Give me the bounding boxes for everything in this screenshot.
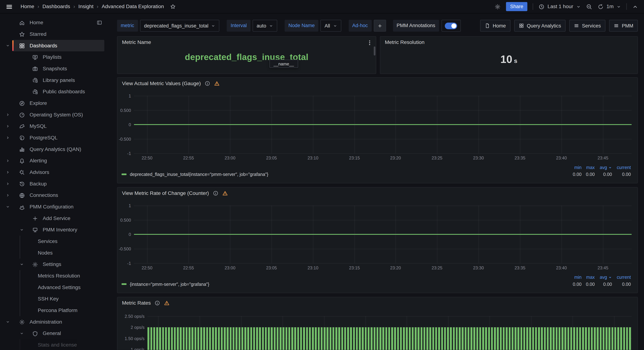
sidebar-item-general[interactable]: General <box>0 328 108 339</box>
pmm-annotations-toggle[interactable] <box>441 20 461 32</box>
star-icon[interactable] <box>170 4 176 10</box>
legend-header-max[interactable]: max <box>582 165 595 170</box>
sidebar-item-pmm-inventory[interactable]: PMM Inventory <box>0 224 108 236</box>
sidebar-item-connections[interactable]: Connections <box>0 189 108 201</box>
add-adhoc-filter-button[interactable] <box>374 20 386 32</box>
zoom-out-icon[interactable] <box>586 4 592 10</box>
warning-icon[interactable] <box>222 190 228 196</box>
menu-toggle-icon[interactable] <box>6 3 13 10</box>
chevron-down-icon[interactable] <box>6 205 10 209</box>
panel-view-actual-metric-values: View Actual Metric Values (Gauge) 10.500… <box>117 77 638 183</box>
sidebar-item-home[interactable]: Home <box>0 17 108 28</box>
legend-header-row: minmaxavgcurrent <box>569 275 631 279</box>
sidebar-item-pmm-configuration[interactable]: PMM Configuration <box>0 201 108 213</box>
sidebar-item-postgresql[interactable]: PostgreSQL <box>0 132 108 144</box>
chevron-down-icon[interactable] <box>20 331 24 335</box>
sidebar-item-playlists[interactable]: Playlists <box>0 51 108 63</box>
link-button-services[interactable]: Services <box>569 20 605 32</box>
dashboard-settings-gear-icon[interactable] <box>494 4 500 10</box>
sidebar-item-library-panels[interactable]: Library panels <box>0 75 108 86</box>
legend-header-max[interactable]: max <box>582 275 595 279</box>
variable-label-node-name[interactable]: Node Name <box>284 20 318 32</box>
dock-sidebar-icon[interactable] <box>96 20 102 26</box>
sidebar-item-query-analytics[interactable]: Query Analytics (QAN) <box>0 144 108 155</box>
gridline-horizontal <box>134 110 632 111</box>
sidebar-item-public-dashboards[interactable]: Public dashboards <box>0 86 108 97</box>
sidebar-item-ssh-key[interactable]: SSH Key <box>0 293 108 305</box>
chevron-right-icon[interactable] <box>6 170 10 174</box>
sidebar-item-backup[interactable]: Backup <box>0 178 108 190</box>
legend-header-current[interactable]: current <box>612 275 631 279</box>
sidebar-item-advisors[interactable]: Advisors <box>0 167 108 178</box>
bell-icon <box>19 158 25 164</box>
sidebar-item-administration[interactable]: Administration <box>0 316 108 328</box>
sidebar-item-snapshots[interactable]: Snapshots <box>0 63 108 75</box>
warning-icon[interactable] <box>164 300 170 306</box>
sidebar-item-stats-and-license[interactable]: Stats and license <box>0 339 108 350</box>
chevron-down-icon[interactable] <box>20 262 24 266</box>
sidebar-item-settings[interactable]: Settings <box>0 258 108 270</box>
breadcrumb-item[interactable]: Insight <box>78 4 94 10</box>
legend-header-avg[interactable]: avg <box>595 165 612 170</box>
sidebar-item-add-service[interactable]: Add Service <box>0 213 108 224</box>
sidebar-item-label: Playlists <box>43 51 62 63</box>
link-button-label: PMM <box>622 23 633 29</box>
legend-header-min[interactable]: min <box>569 275 582 279</box>
info-icon[interactable] <box>154 300 160 306</box>
x-axis-tick-label: 23:25 <box>429 265 445 270</box>
sidebar-item-label: Library panels <box>43 75 75 86</box>
legend-header-min[interactable]: min <box>569 165 582 170</box>
panel-scrollbar-thumb[interactable] <box>374 47 376 56</box>
sidebar-item-operating-system[interactable]: Operating System (OS) <box>0 109 108 121</box>
chevron-up-icon[interactable] <box>632 4 638 10</box>
chevron-right-icon[interactable] <box>6 136 10 140</box>
sidebar-item-nodes[interactable]: Nodes <box>0 247 108 259</box>
chevron-right-icon[interactable] <box>6 159 10 163</box>
legend-series-item[interactable]: {instance="pmm-server", job="grafana"} <box>122 282 209 286</box>
breadcrumb-item[interactable]: Home <box>20 4 34 10</box>
sidebar-item-starred[interactable]: Starred <box>0 28 108 40</box>
chevron-right-icon[interactable] <box>6 113 10 117</box>
warning-icon[interactable] <box>214 81 220 86</box>
link-button-home[interactable]: Home <box>480 20 510 32</box>
chevron-right-icon[interactable] <box>6 193 10 197</box>
chevron-right-icon[interactable] <box>6 124 10 128</box>
legend-header-current[interactable]: current <box>612 165 631 170</box>
breadcrumb-item[interactable]: Advanced Data Exploration <box>102 4 164 10</box>
sidebar-item-percona-platform[interactable]: Percona Platform <box>0 305 108 316</box>
pmm-annotations-label[interactable]: PMM Annotations <box>393 20 439 32</box>
sidebar-item-advanced-settings[interactable]: Advanced Settings <box>0 282 108 293</box>
sidebar-item-mysql[interactable]: MySQL <box>0 120 108 132</box>
link-button-query-analytics[interactable]: Query Analytics <box>514 20 566 32</box>
variable-label-interval[interactable]: Interval <box>227 20 250 32</box>
legend-series-item[interactable]: deprecated_flags_inuse_total{instance="p… <box>122 172 268 177</box>
sidebar-item-dashboards[interactable]: Dashboards <box>0 40 108 52</box>
chevron-right-icon[interactable] <box>6 182 10 186</box>
info-icon[interactable] <box>212 190 218 196</box>
chevron-down-icon[interactable] <box>6 44 10 48</box>
chevron-down-icon[interactable] <box>20 228 24 232</box>
info-icon[interactable] <box>204 81 210 86</box>
x-axis-tick-label: 23:30 <box>470 155 487 160</box>
chevron-down-icon[interactable] <box>6 320 10 324</box>
y-axis-tick-label: 0.500 <box>118 108 131 113</box>
breadcrumb-item[interactable]: Dashboards <box>42 4 70 10</box>
plus-icon <box>377 23 382 28</box>
sidebar-item-services[interactable]: Services <box>0 236 108 247</box>
share-button[interactable]: Share <box>506 2 527 11</box>
adhoc-filter-label[interactable]: Ad-hoc <box>348 20 372 32</box>
sidebar-item-explore[interactable]: Explore <box>0 97 108 109</box>
refresh-picker[interactable]: 1m <box>598 4 621 10</box>
variable-value-metric[interactable]: deprecated_flags_inuse_total <box>140 20 220 32</box>
panel-title: Metric Resolution <box>385 40 424 45</box>
variable-value-interval[interactable]: auto <box>252 20 277 32</box>
panel-menu-kebab-icon[interactable] <box>366 39 373 47</box>
sidebar-item-alerting[interactable]: Alerting <box>0 155 108 167</box>
time-range-picker[interactable]: Last 1 hour <box>538 4 580 10</box>
link-button-pmm[interactable]: PMM <box>609 20 638 32</box>
legend-header-avg[interactable]: avg <box>595 275 612 279</box>
variable-label-metric[interactable]: metric <box>117 20 138 32</box>
variable-value-node-name[interactable]: All <box>320 20 341 32</box>
sidebar-item-metrics-resolution[interactable]: Metrics Resolution <box>0 270 108 282</box>
stat-unit: s <box>514 57 518 64</box>
